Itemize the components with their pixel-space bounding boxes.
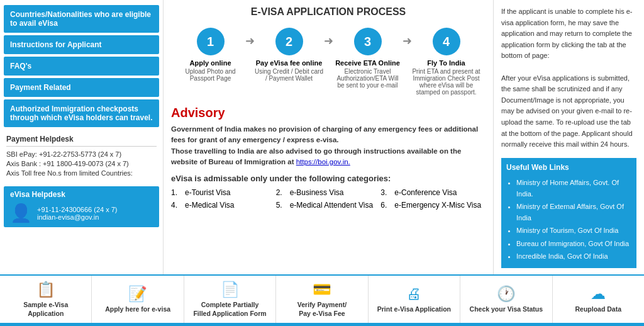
sidebar-item-instructions[interactable]: Instructions for Applicant [4,35,159,54]
step-3-circle: 3 [354,28,382,55]
check-status-icon: 🕐 [497,285,516,303]
right-info: If the applicant is unable to complete h… [493,0,644,274]
step-4-title: Fly To India [427,59,465,67]
link-external-affairs[interactable]: Ministry of External Affairs, Govt Of In… [516,201,631,223]
useful-links-title: Useful Web Links [506,162,631,174]
step-3: 3 Receive ETA Online Electronic Travel A… [333,28,402,89]
complete-form-icon: 📄 [221,281,240,298]
sidebar-item-faq[interactable]: FAQ's [4,57,159,76]
step-2-circle: 2 [275,28,303,55]
step-1: 1 Apply online Upload Photo and Passport… [176,28,245,82]
process-title: E-VISA APPLICATION PROCESS [171,6,486,18]
step-2-desc: Using Credit / Debit card / Payment Wall… [255,68,324,82]
footer: Technical information for e-visa: This s… [0,323,644,326]
right-info-text2: After your eVisa applications is submitt… [501,73,636,150]
advisory-link[interactable]: https://boi.gov.in. [296,158,350,166]
visa-4: 4. e-Medical Visa [171,201,276,210]
step-1-circle: 1 [197,28,225,55]
sidebar-item-immigration[interactable]: Authorized Immigration checkposts throug… [4,99,159,127]
visa-types-grid: 1. e-Tourist Visa 2. e-Business Visa 3. … [171,188,486,210]
link-home-affairs[interactable]: Ministry of Home Affairs, Govt. Of India… [516,177,631,200]
verify-payment-icon: 💳 [313,281,331,298]
nav-apply-evisa-label: Apply here for e-visa [105,305,170,314]
payment-helpdesk-section: Payment Helpdesk SBI ePay: +91-22-2753-5… [0,130,163,184]
step-3-title: Receive ETA Online [335,59,400,67]
step-1-desc: Upload Photo and Passport Page [176,68,245,82]
sample-evisa-icon: 📋 [36,281,55,298]
center-content: E-VISA APPLICATION PROCESS 1 Apply onlin… [164,0,493,274]
sidebar-item-countries[interactable]: Countries/Nationalities who are eligible… [4,5,159,33]
steps-row: 1 Apply online Upload Photo and Passport… [171,28,486,96]
advisory-para1: Government of India makes no provision o… [171,125,478,143]
link-bureau-immigration[interactable]: Bureau of Immigration, Govt Of India [516,239,631,250]
axis-tollfree: Axis Toll free No.s from limited Countri… [6,169,157,177]
step-4-desc: Print ETA and present at Immigration Che… [412,68,481,96]
nav-check-status-label: Check your Visa Status [470,305,543,314]
nav-print-label: Print e-Visa Application [377,305,451,314]
nav-complete-form[interactable]: 📄 Complete PartiallyFilled Application F… [184,276,276,323]
arrow-3: ➜ [402,28,412,48]
helpdesk-phone: +91-11-24300666 (24 x 7) [37,206,118,213]
print-icon: 🖨 [406,285,421,303]
step-1-title: Apply online [190,59,231,67]
link-incredible-india[interactable]: Incredible India, Govt Of India [516,251,631,262]
sbi-info: SBI ePay: +91-22-2753-5773 (24 x 7) [6,150,157,158]
arrow-1: ➜ [245,28,255,48]
payment-helpdesk-title: Payment Helpdesk [6,135,157,147]
visa-1: 1. e-Tourist Visa [171,188,276,197]
advisory-text: Government of India makes no provision o… [171,124,486,167]
step-4: 4 Fly To India Print ETA and present at … [412,28,481,96]
advisory-section: Advisory Government of India makes no pr… [171,106,486,210]
nav-verify-payment-label: Verify Payment/Pay e-Visa Fee [297,301,347,318]
nav-reupload[interactable]: ☁ Reupload Data [553,276,644,323]
sidebar-item-payment[interactable]: Payment Related [4,78,159,97]
useful-links-list: Ministry of Home Affairs, Govt. Of India… [506,177,631,262]
reupload-icon: ☁ [591,285,606,303]
advisory-title: Advisory [171,106,486,120]
evisa-helpdesk-section: eVisa Helpdesk 👤 +91-11-24300666 (24 x 7… [4,186,159,227]
nav-apply-evisa[interactable]: 📝 Apply here for e-visa [92,276,184,323]
visa-6: 6. e-Emergency X-Misc Visa [380,201,486,210]
nav-sample-evisa-label: Sample e-VisaApplication [23,301,68,318]
nav-verify-payment[interactable]: 💳 Verify Payment/Pay e-Visa Fee [276,276,368,323]
nav-print-application[interactable]: 🖨 Print e-Visa Application [369,276,460,323]
right-info-text1: If the applicant is unable to complete h… [501,6,636,62]
useful-links-box: Useful Web Links Ministry of Home Affair… [501,158,636,268]
step-4-circle: 4 [433,28,460,55]
sidebar: Countries/Nationalities who are eligible… [0,0,164,274]
arrow-2: ➜ [324,28,333,48]
link-tourism[interactable]: Ministry of Tourism, Govt Of India [516,225,631,237]
apply-evisa-icon: 📝 [128,285,147,303]
step-2: 2 Pay eVisa fee online Using Credit / De… [255,28,324,82]
categories-title: eVisa is admissable only under the follo… [171,174,486,183]
step-2-title: Pay eVisa fee online [256,59,323,67]
visa-5: 5. e-Medical Attendent Visa [276,201,381,210]
nav-check-status[interactable]: 🕐 Check your Visa Status [460,276,552,323]
headset-icon: 👤 [10,203,32,223]
visa-2: 2. e-Business Visa [276,188,381,197]
nav-reupload-label: Reupload Data [575,305,621,314]
axis-info: Axis Bank : +91 1800-419-0073 (24 x 7) [6,160,157,167]
bottom-nav: 📋 Sample e-VisaApplication 📝 Apply here … [0,274,644,323]
step-3-desc: Electronic Travel Authorization/ETA Will… [333,68,402,89]
nav-complete-form-label: Complete PartiallyFilled Application For… [193,301,266,318]
evisa-helpdesk-title: eVisa Helpdesk [10,190,153,199]
nav-sample-evisa[interactable]: 📋 Sample e-VisaApplication [0,276,92,323]
visa-3: 3. e-Conference Visa [380,188,486,197]
helpdesk-email: indian-evisa@gov.in [37,213,118,221]
